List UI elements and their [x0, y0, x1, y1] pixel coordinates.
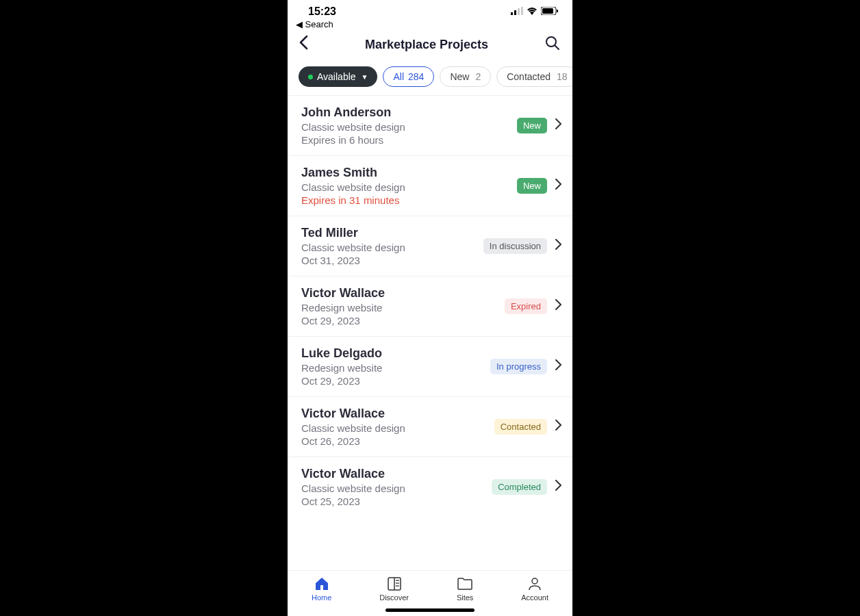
svg-rect-6	[557, 10, 558, 12]
nav-header: Marketplace Projects	[288, 29, 572, 60]
sites-icon	[457, 576, 472, 591]
signal-icon	[511, 5, 523, 18]
search-button[interactable]	[545, 36, 560, 54]
project-info: Victor WallaceClassic website designOct …	[301, 407, 405, 447]
svg-rect-3	[521, 7, 523, 15]
project-client-name: Luke Delgado	[301, 346, 382, 361]
status-badge: Completed	[492, 479, 547, 495]
status-badge: In discussion	[483, 238, 547, 254]
project-item[interactable]: Victor WallaceRedesign websiteOct 29, 20…	[288, 277, 572, 337]
project-date: Oct 29, 2023	[301, 375, 382, 387]
availability-label: Available	[317, 71, 356, 82]
project-date: Expires in 31 minutes	[301, 194, 405, 206]
project-date: Oct 26, 2023	[301, 435, 405, 447]
chevron-right-icon	[551, 118, 566, 133]
home-indicator[interactable]	[385, 608, 475, 612]
wifi-icon	[527, 5, 538, 18]
filter-tab-label: Contacted	[507, 71, 551, 82]
project-info: Ted MillerClassic website designOct 31, …	[301, 226, 405, 266]
filter-tab-count: 2	[475, 71, 481, 82]
bottom-nav-account[interactable]: Account	[521, 576, 548, 602]
project-client-name: James Smith	[301, 166, 405, 180]
bottom-nav-label: Account	[521, 593, 548, 602]
project-info: Victor WallaceRedesign websiteOct 29, 20…	[301, 286, 385, 326]
available-dot-icon	[308, 75, 313, 79]
project-date: Oct 25, 2023	[301, 496, 405, 507]
phone-frame: 15:23 ◀ Search Marketplace Projects Avai…	[288, 0, 572, 616]
filter-row: Available ▼ All 284New 2Contacted 18In	[288, 60, 572, 96]
status-badge: In progress	[490, 359, 547, 374]
svg-rect-0	[511, 12, 513, 15]
chevron-right-icon	[551, 179, 566, 193]
availability-filter[interactable]: Available ▼	[299, 66, 377, 87]
chevron-right-icon	[551, 239, 566, 253]
project-right: Completed	[492, 479, 566, 495]
project-list[interactable]: John AndersonClassic website designExpir…	[288, 96, 572, 570]
project-item[interactable]: Ted MillerClassic website designOct 31, …	[288, 216, 572, 277]
filter-tab-new[interactable]: New 2	[440, 66, 491, 87]
project-description: Classic website design	[301, 242, 405, 253]
bottom-nav-label: Discover	[379, 593, 409, 602]
project-right: In progress	[490, 359, 566, 374]
project-right: In discussion	[483, 238, 566, 254]
project-description: Classic website design	[301, 483, 405, 494]
svg-rect-5	[542, 8, 553, 14]
account-icon	[528, 576, 542, 591]
system-back-to-search[interactable]: ◀ Search	[288, 18, 572, 29]
filter-tab-contacted[interactable]: Contacted 18	[496, 66, 572, 87]
svg-point-14	[532, 578, 538, 584]
project-description: Redesign website	[301, 302, 385, 313]
status-time: 15:23	[308, 5, 336, 18]
status-badge: Contacted	[494, 419, 547, 435]
project-date: Oct 29, 2023	[301, 315, 385, 326]
project-description: Redesign website	[301, 362, 382, 374]
project-client-name: Victor Wallace	[301, 286, 385, 300]
project-info: James SmithClassic website designExpires…	[301, 166, 405, 206]
filter-tab-label: New	[450, 71, 469, 82]
project-info: Victor WallaceClassic website designOct …	[301, 467, 405, 507]
project-item[interactable]: Victor WallaceClassic website designOct …	[288, 397, 572, 457]
svg-rect-2	[518, 8, 520, 15]
bottom-nav-home[interactable]: Home	[312, 576, 331, 602]
project-right: New	[517, 118, 566, 133]
filter-tab-count: 284	[408, 71, 424, 82]
discover-icon	[388, 576, 401, 591]
project-item[interactable]: Victor WallaceClassic website designOct …	[288, 457, 572, 517]
project-description: Classic website design	[301, 181, 405, 193]
svg-line-8	[555, 46, 559, 49]
project-description: Classic website design	[301, 422, 405, 434]
project-date: Expires in 6 hours	[301, 134, 405, 146]
project-right: New	[517, 178, 566, 194]
home-icon	[314, 576, 329, 591]
status-badge: New	[517, 178, 547, 194]
project-item[interactable]: James SmithClassic website designExpires…	[288, 156, 572, 216]
filter-tab-count: 18	[557, 71, 568, 82]
battery-icon	[541, 5, 559, 18]
status-icons	[511, 5, 559, 18]
bottom-nav-sites[interactable]: Sites	[457, 576, 473, 602]
bottom-nav-label: Sites	[457, 593, 473, 602]
project-right: Contacted	[494, 419, 566, 435]
svg-rect-1	[514, 10, 516, 15]
project-client-name: John Anderson	[301, 105, 405, 120]
filter-tab-label: All	[393, 71, 404, 82]
filter-tab-all[interactable]: All 284	[383, 66, 434, 87]
status-badge: New	[517, 118, 547, 133]
chevron-down-icon: ▼	[362, 73, 368, 81]
chevron-right-icon	[551, 359, 566, 374]
project-info: Luke DelgadoRedesign websiteOct 29, 2023	[301, 346, 382, 387]
chevron-right-icon	[551, 420, 566, 434]
project-client-name: Victor Wallace	[301, 467, 405, 481]
project-date: Oct 31, 2023	[301, 255, 405, 266]
chevron-right-icon	[551, 480, 566, 494]
bottom-nav: HomeDiscoverSitesAccount	[288, 570, 572, 604]
project-info: John AndersonClassic website designExpir…	[301, 105, 405, 146]
chevron-right-icon	[551, 299, 566, 313]
status-badge: Expired	[505, 298, 547, 314]
project-item[interactable]: Luke DelgadoRedesign websiteOct 29, 2023…	[288, 337, 572, 397]
page-title: Marketplace Projects	[365, 38, 488, 52]
project-item[interactable]: John AndersonClassic website designExpir…	[288, 96, 572, 156]
bottom-nav-discover[interactable]: Discover	[379, 576, 409, 602]
back-button[interactable]	[299, 35, 308, 54]
project-client-name: Victor Wallace	[301, 407, 405, 421]
